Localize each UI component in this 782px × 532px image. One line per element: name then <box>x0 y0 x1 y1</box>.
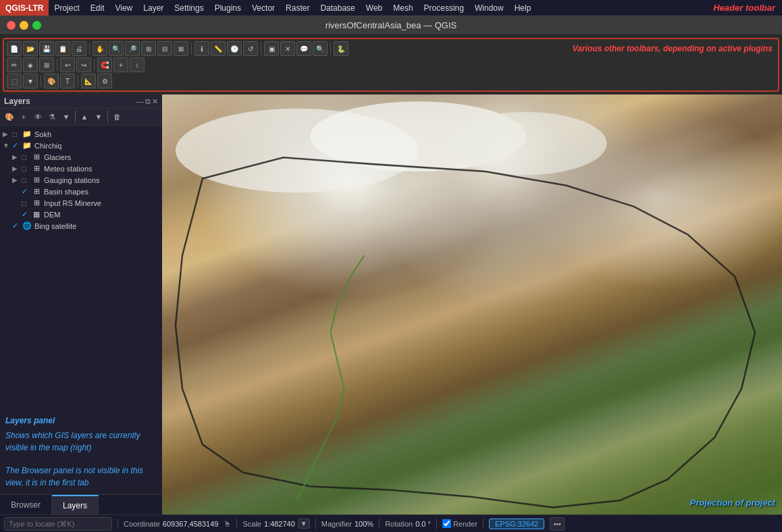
magnifier-item: Magnifier 100% <box>321 520 373 528</box>
menu-plugins[interactable]: Plugins <box>209 3 246 13</box>
advanced-button[interactable]: ⚙ <box>97 74 112 88</box>
checkbox-sokh[interactable]: □ <box>12 130 22 138</box>
crs-badge[interactable]: EPSG:32642 <box>489 518 544 529</box>
checkbox-chirchiq[interactable]: ✓ <box>12 141 22 150</box>
remove-layer-btn[interactable]: 🗑 <box>110 110 124 124</box>
zoom-layer-button[interactable]: ⊟ <box>157 41 172 56</box>
locate-input[interactable] <box>4 517 112 531</box>
snapping-button[interactable]: 🧲 <box>97 57 112 72</box>
layer-name-basin: Basin shapes <box>44 188 88 196</box>
layer-item-basin[interactable]: ✓ ⊞ Basin shapes <box>0 186 162 197</box>
menu-view[interactable]: View <box>109 3 138 13</box>
zoom-out-button[interactable]: 🔎 <box>125 41 140 56</box>
identify-button[interactable]: ℹ <box>194 41 209 56</box>
menu-database[interactable]: Database <box>315 3 360 13</box>
menu-edit[interactable]: Edit <box>85 3 110 13</box>
node-tool-button[interactable]: ◈ <box>23 57 38 72</box>
layer-icon-glaciers: ⊞ <box>31 153 42 161</box>
checkbox-dem[interactable]: ✓ <box>22 210 31 219</box>
layer-item-chirchiq[interactable]: ▼ ✓ 📁 Chirchiq <box>0 140 162 151</box>
move-up-btn[interactable]: ▲ <box>78 110 91 124</box>
filter-layers-btn[interactable]: ⚗ <box>45 110 59 124</box>
layer-toolbar: 🎨 + 👁 ⚗ ▼ ▲ ▼ 🗑 <box>0 109 162 126</box>
render-checkbox[interactable] <box>442 519 451 528</box>
float-panel-icon[interactable]: ⧉ <box>145 97 151 106</box>
pan-button[interactable]: ✋ <box>93 41 107 56</box>
annotation-area: Layers panel Shows which GIS layers are … <box>0 409 162 494</box>
save-project-button[interactable]: 💾 <box>39 41 54 56</box>
style-button[interactable]: 🎨 <box>44 74 59 88</box>
menu-help[interactable]: Help <box>509 3 537 13</box>
layer-name-sokh: Sokh <box>34 130 51 138</box>
scale-item: Scale 1:482740 ▼ <box>242 518 309 529</box>
layer-item-gauging[interactable]: ▶ □ ⊞ Gauging stations <box>0 174 162 186</box>
tab-layers[interactable]: Layers <box>52 495 99 514</box>
add-feature-button[interactable]: + <box>113 57 128 72</box>
move-down-btn[interactable]: ▼ <box>92 110 105 124</box>
menu-processing[interactable]: Processing <box>419 3 469 13</box>
layer-dropdown-btn[interactable]: ▼ <box>59 110 73 124</box>
menu-window[interactable]: Window <box>469 3 509 13</box>
undo-button[interactable]: ↩ <box>60 57 75 72</box>
deselect-button[interactable]: ✕ <box>280 41 295 56</box>
close-button[interactable] <box>7 21 16 30</box>
save-as-button[interactable]: 📋 <box>55 41 70 56</box>
python-button[interactable]: 🐍 <box>334 41 348 56</box>
scale-dropdown[interactable]: ▼ <box>298 518 310 529</box>
map-area[interactable]: Projection of project <box>162 95 782 514</box>
layer-item-glaciers[interactable]: ▶ □ ⊞ Glaciers <box>0 151 162 163</box>
checkbox-meteo[interactable]: □ <box>22 165 31 173</box>
menu-layer[interactable]: Layer <box>138 3 169 13</box>
layer-name-meteo: Meteo stations <box>44 165 93 173</box>
zoom-full-button[interactable]: ⊞ <box>141 41 156 56</box>
tips-button[interactable]: 💬 <box>296 41 311 56</box>
label-button[interactable]: T <box>60 74 75 88</box>
open-project-button[interactable]: 📂 <box>23 41 38 56</box>
time-button[interactable]: 🕐 <box>227 41 242 56</box>
refresh-button[interactable]: ↺ <box>243 41 258 56</box>
lt-sep-2 <box>107 111 108 123</box>
digitize-button[interactable]: ✏ <box>7 57 22 72</box>
redo-button[interactable]: ↪ <box>76 57 91 72</box>
minimize-button[interactable] <box>20 21 28 30</box>
menu-raster[interactable]: Raster <box>280 3 315 13</box>
minimize-panel-icon[interactable]: — <box>136 97 144 106</box>
new-project-button[interactable]: 📄 <box>7 41 22 56</box>
layer-name-chirchiq: Chirchiq <box>34 142 61 150</box>
select-button[interactable]: ▣ <box>264 41 279 56</box>
open-layer-style-btn[interactable]: 🎨 <box>3 110 16 124</box>
menu-project[interactable]: Project <box>49 3 84 13</box>
select-dropdown-button[interactable]: ▼ <box>23 74 38 88</box>
layout-button[interactable]: 📐 <box>81 74 96 88</box>
layer-item-sokh[interactable]: ▶ □ 📁 Sokh <box>0 128 162 140</box>
checkbox-glaciers[interactable]: □ <box>22 153 31 161</box>
tab-browser[interactable]: Browser <box>0 495 52 514</box>
measure-button[interactable]: 📏 <box>211 41 226 56</box>
more-options-button[interactable]: ••• <box>550 517 565 531</box>
zoom-in-button[interactable]: 🔍 <box>109 41 124 56</box>
layer-icon-inputrs: ⊞ <box>31 198 42 207</box>
add-layer-btn[interactable]: + <box>17 110 30 124</box>
edit-attr-button[interactable]: ⊞ <box>39 57 54 72</box>
select-rect-button[interactable]: ⬚ <box>7 74 22 88</box>
menu-web[interactable]: Web <box>361 3 388 13</box>
layer-item-inputrs[interactable]: □ ⊞ Input RS Minerve <box>0 197 162 209</box>
layer-item-meteo[interactable]: ▶ □ ⊞ Meteo stations <box>0 163 162 174</box>
checkbox-bing[interactable]: ✓ <box>12 221 22 230</box>
layer-name-glaciers: Glaciers <box>44 153 71 161</box>
checkbox-basin[interactable]: ✓ <box>22 187 31 196</box>
zoom-selection-button[interactable]: ⊠ <box>174 41 188 56</box>
checkbox-inputrs[interactable]: □ <box>22 199 31 207</box>
layer-visible-btn[interactable]: 👁 <box>31 110 45 124</box>
print-button[interactable]: 🖨 <box>72 41 86 56</box>
maximize-button[interactable] <box>32 21 41 30</box>
close-panel-icon[interactable]: ✕ <box>152 97 158 106</box>
menu-vector[interactable]: Vector <box>246 3 280 13</box>
menu-mesh[interactable]: Mesh <box>388 3 418 13</box>
menu-settings[interactable]: Settings <box>169 3 209 13</box>
layer-item-bing[interactable]: ✓ 🌐 Bing satellite <box>0 220 162 232</box>
search-button[interactable]: 🔍 <box>313 41 328 56</box>
move-feature-button[interactable]: ↕ <box>130 57 145 72</box>
checkbox-gauging[interactable]: □ <box>22 176 31 184</box>
layer-item-dem[interactable]: ✓ ▦ DEM <box>0 209 162 220</box>
